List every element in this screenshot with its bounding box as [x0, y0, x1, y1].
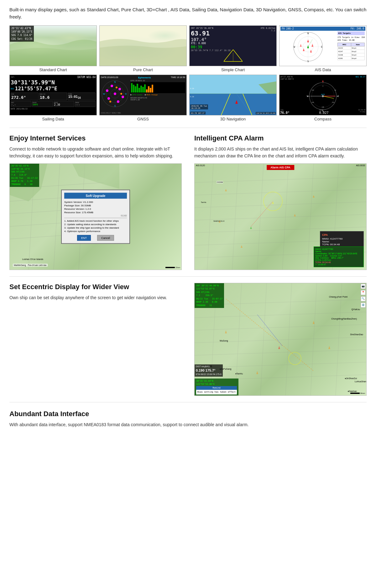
- svg-point-28: [118, 88, 121, 90]
- upgrade-title: Soft Upgrade: [64, 193, 127, 199]
- upgrade-ent-button[interactable]: ENT: [77, 235, 91, 241]
- port-label: MaiWeGang Pai-ch'uan Lieh-tao: [13, 264, 48, 267]
- svg-line-117: [285, 283, 292, 395]
- place-jinshanzhui: ♦JinShanZui: [345, 377, 357, 379]
- sailing-data-label: Sailing Data: [42, 117, 64, 121]
- standard-chart-label: Standard Chart: [39, 67, 67, 72]
- ship-label-1: OG5IM: [217, 181, 223, 183]
- features-row-1: Enjoy Internet Services Connect to mobil…: [9, 134, 367, 270]
- ais-data-label: AIS Data: [315, 67, 331, 72]
- upgrade-pkg-size: Package Size: 30.53MB: [64, 204, 127, 207]
- upgrade-item-2: 2. Update sailing status according to st…: [64, 223, 127, 225]
- compass-preview: 24°27.450'N 118°13.904'E HDG 90.0°: [279, 75, 367, 115]
- svg-text:0: 0: [322, 85, 323, 87]
- svg-text:270: 270: [307, 96, 310, 97]
- svg-marker-124: [313, 321, 315, 324]
- green-dist-brg: Dist: 9.843nm BRG: 295.7°: [315, 257, 362, 259]
- gnss-preview: DATE:2016/01/26 Ephemeris TIME 16:18:56 …: [99, 75, 187, 115]
- cpa-title: Intelligent CPA Alarm: [194, 134, 367, 142]
- own-ship-coord-overlay: 30°31'33.44"N 121°53'53.06"E Remind Bias…: [195, 379, 238, 395]
- simple-chart-label: Simple Chart: [221, 67, 245, 72]
- svg-point-31: [107, 97, 110, 100]
- upgrade-info-id: 01162: [64, 214, 127, 216]
- svg-text:E: E: [321, 45, 322, 48]
- svg-text:90: 90: [337, 96, 339, 97]
- svg-line-120: [226, 299, 314, 371]
- svg-marker-126: [328, 346, 330, 349]
- svg-marker-105: [313, 195, 315, 198]
- green-tcpa: TCPA: 00:34:48: [315, 261, 362, 263]
- display-item-sailing-data: INT: DATUM WGS-84 30°31'35.99"N BDS 121°…: [9, 75, 97, 121]
- upgrade-item-3: 3. Update the ship type according to the…: [64, 226, 127, 229]
- eccentric-text-col: Set Eccentric Display for Wider View Own…: [9, 283, 182, 301]
- pure-chart-preview: [99, 25, 187, 66]
- icon-4: ⚙️: [361, 303, 366, 308]
- svg-line-99: [251, 201, 273, 226]
- ship-label-shengc: SHENGCE-0: [213, 220, 224, 222]
- eccentric-scale: Mmm: [350, 392, 365, 394]
- scale-bar: 15nm: [165, 267, 180, 268]
- place-daishan: ♦Daishan: [348, 390, 357, 392]
- svg-line-70: [323, 96, 334, 98]
- cpa-screenshot: Alarm AIS CPA AIS:0033 AIS:0120 CPA MMSI…: [194, 163, 367, 270]
- upgrade-sys-ver: System Version: V1.2.000: [64, 200, 127, 203]
- display-item-3d-nav: INT 26°35'36.40"N 119°44'41.21"E XTE 0.0…: [189, 75, 277, 121]
- pure-chart-label: Pure Chart: [133, 67, 153, 72]
- eccentric-section: Set Eccentric Display for Wider View Own…: [9, 283, 367, 396]
- green-cpa-val: DCPA: 0.057nm: [315, 259, 362, 261]
- display-item-gnss: DATE:2016/01/26 Ephemeris TIME 16:18:56 …: [99, 75, 187, 121]
- upgrade-cancel-button[interactable]: Cancel: [97, 235, 114, 241]
- svg-line-116: [260, 283, 267, 395]
- svg-text:330: 330: [311, 89, 314, 91]
- data-interface-title: Abundant Data Interface: [9, 410, 367, 418]
- svg-marker-106: [241, 245, 243, 248]
- upgrade-res-ver: Resource Version: 1.2.0: [64, 207, 127, 210]
- svg-line-109: [195, 324, 366, 330]
- alarm-banner: Alarm AIS CPA: [267, 165, 294, 170]
- green-speed-course: Speed: 0.2kt Course: 0.0°: [315, 255, 362, 257]
- upgrade-res-size: Resource Size: 173.45MB: [64, 211, 127, 214]
- eccentric-screenshot-col: INT 30°31'44.80"N 121°53'52.07"E SOG KT|…: [194, 283, 367, 396]
- 3d-nav-label: 3D Navigation: [220, 117, 246, 121]
- svg-text:W: W: [103, 93, 105, 95]
- cpa-alarm-section: Intelligent CPA Alarm It displays 2,000 …: [194, 134, 367, 270]
- divider-3: [9, 402, 367, 402]
- cpa-green-box: MMSI: 412477760 Name: Coordinates: 30°36…: [314, 246, 364, 267]
- display-item-standard-chart: 26°31'42.43"N 149°46'26.13"E SOG 7.6 114…: [9, 25, 97, 72]
- display-pages-row1: 26°31'42.43"N 149°46'26.13"E SOG 7.6 114…: [9, 25, 367, 72]
- svg-text:240: 240: [311, 102, 314, 103]
- svg-line-88: [195, 214, 366, 220]
- svg-text:E: E: [125, 93, 127, 95]
- display-item-ais-data: FA 246-2 F4: 246.6 N E S W: [279, 25, 367, 72]
- data-interface-section: Abundant Data Interface With abundant da…: [9, 410, 367, 428]
- dist-brg-overlay: DIST nm|BRG 0.190 175.7° ETA 06/22 15:08…: [195, 364, 223, 377]
- svg-marker-100: [250, 226, 252, 229]
- 3d-nav-preview: INT 26°35'36.40"N 119°44'41.21"E XTE 0.0…: [189, 75, 277, 115]
- cpa-tcpa-row: TCPA: 00:34:48: [322, 243, 362, 246]
- cpa-box-title: CPA: [322, 233, 362, 236]
- green-mmsi: MMSI: 412477760: [315, 248, 362, 250]
- svg-line-81: [54, 164, 60, 270]
- svg-point-29: [122, 96, 124, 98]
- svg-marker-123: [225, 330, 227, 333]
- divider-1: [9, 128, 367, 128]
- svg-line-119: [336, 283, 342, 395]
- eccentric-screenshot: INT 30°31'44.80"N 121°53'52.07"E SOG KT|…: [194, 283, 367, 396]
- place-qiyakou: QiYaKou: [352, 308, 360, 310]
- ais-data-preview: FA 246-2 F4: 246.6 N E S W: [279, 25, 367, 66]
- ais-top-bar: FA 246-2 F4: 246.6: [280, 27, 365, 31]
- green-name: Name:: [315, 250, 362, 252]
- sailing-data-preview: INT: DATUM WGS-84 30°31'35.99"N BDS 121°…: [9, 75, 97, 115]
- display-item-compass: 24°27.450'N 118°13.904'E HDG 90.0°: [279, 75, 367, 121]
- svg-line-118: [311, 283, 317, 395]
- internet-services-section: Enjoy Internet Services Connect to mobil…: [9, 134, 182, 270]
- place-wusong: WuSong: [220, 340, 228, 342]
- place-sheshantao: SheShanDao: [350, 333, 363, 336]
- simple-chart-preview: INT 26°35'36.40"N XTE 0.017nm 63.91 7.3 …: [189, 25, 277, 66]
- svg-line-121: [257, 315, 282, 346]
- svg-marker-103: [294, 214, 296, 216]
- svg-point-27: [111, 85, 113, 87]
- svg-marker-101: [272, 201, 274, 204]
- internet-desc: Connect to mobile network to upgrade sof…: [9, 146, 179, 160]
- green-time: T: 15:08:47: [315, 263, 362, 266]
